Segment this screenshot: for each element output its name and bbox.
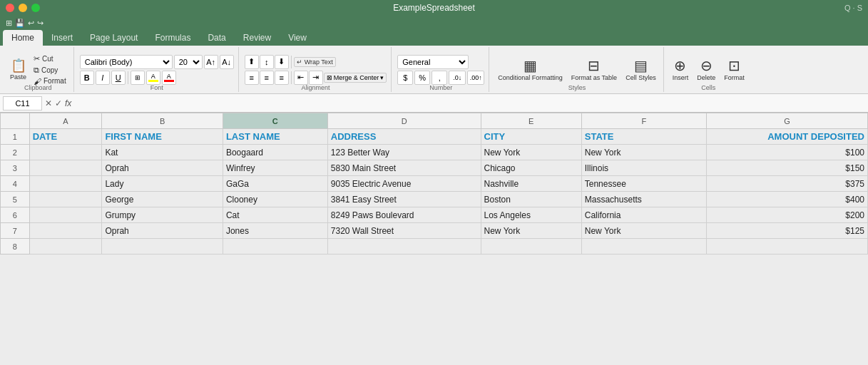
col-header-d[interactable]: D: [327, 113, 481, 129]
cell-reference-box[interactable]: C11: [3, 96, 42, 110]
dollar-btn[interactable]: $: [397, 71, 413, 85]
cell-r3-c5[interactable]: Chicago: [481, 160, 581, 176]
cell-r4-c5[interactable]: Nashville: [481, 176, 581, 192]
align-center-btn[interactable]: ≡: [260, 71, 274, 85]
col-header-e[interactable]: E: [481, 113, 581, 129]
cell-r1-c5[interactable]: CITY: [481, 129, 581, 145]
conditional-formatting-button[interactable]: ▦ Conditional Formatting: [495, 51, 566, 88]
cell-r3-c2[interactable]: Oprah: [102, 160, 223, 176]
cell-r8-c3[interactable]: [223, 239, 327, 255]
cell-r8-c1[interactable]: [29, 239, 102, 255]
cell-styles-button[interactable]: ▤ Cell Styles: [623, 51, 659, 88]
search-icon[interactable]: Q · S: [844, 4, 862, 12]
cell-r8-c4[interactable]: [327, 239, 481, 255]
number-format-select[interactable]: General: [397, 55, 469, 69]
minimize-btn[interactable]: [19, 4, 27, 12]
cell-r7-c5[interactable]: New York: [481, 223, 581, 239]
underline-button[interactable]: U: [111, 71, 126, 85]
col-header-f[interactable]: F: [581, 113, 706, 129]
cell-r3-c7[interactable]: $150: [706, 160, 867, 176]
cell-r6-c3[interactable]: Cat: [223, 207, 327, 223]
cell-r5-c2[interactable]: George: [102, 192, 223, 207]
font-color-button[interactable]: A: [162, 71, 176, 85]
merge-center-button[interactable]: ⊠ Merge & Center ▾: [324, 73, 387, 83]
cell-r5-c4[interactable]: 3841 Easy Street: [327, 192, 481, 207]
col-header-c[interactable]: C: [223, 113, 327, 129]
cell-r7-c2[interactable]: Oprah: [102, 223, 223, 239]
decrease-indent-btn[interactable]: ⇤: [294, 71, 308, 85]
cell-r1-c2[interactable]: FIRST NAME: [102, 129, 223, 145]
cell-r3-c6[interactable]: Illinois: [581, 160, 706, 176]
row-header-6[interactable]: 6: [1, 207, 30, 223]
format-cells-button[interactable]: ⊡ Format: [721, 51, 747, 88]
row-header-4[interactable]: 4: [1, 176, 30, 192]
cell-r2-c6[interactable]: New York: [581, 145, 706, 160]
cell-r3-c1[interactable]: [29, 160, 102, 176]
cell-r2-c4[interactable]: 123 Better Way: [327, 145, 481, 160]
confirm-formula-icon[interactable]: ✓: [55, 98, 62, 108]
cell-r4-c7[interactable]: $375: [706, 176, 867, 192]
cell-r8-c6[interactable]: [581, 239, 706, 255]
increase-indent-btn[interactable]: ⇥: [309, 71, 323, 85]
cell-r4-c1[interactable]: [29, 176, 102, 192]
cell-r8-c2[interactable]: [102, 239, 223, 255]
cell-r6-c2[interactable]: Grumpy: [102, 207, 223, 223]
cell-r7-c6[interactable]: New York: [581, 223, 706, 239]
col-header-g[interactable]: G: [706, 113, 867, 129]
align-top-btn[interactable]: ⬆: [245, 55, 259, 69]
cell-r1-c6[interactable]: STATE: [581, 129, 706, 145]
cell-r2-c1[interactable]: [29, 145, 102, 160]
tab-insert[interactable]: Insert: [43, 30, 81, 46]
paste-button[interactable]: 📋 Paste: [7, 51, 29, 88]
cell-r1-c1[interactable]: DATE: [29, 129, 102, 145]
cell-r6-c5[interactable]: Los Angeles: [481, 207, 581, 223]
format-as-table-button[interactable]: ⊟ Format as Table: [568, 51, 620, 88]
cell-r1-c3[interactable]: LAST NAME: [223, 129, 327, 145]
row-header-5[interactable]: 5: [1, 192, 30, 207]
percent-btn[interactable]: %: [414, 71, 430, 85]
cell-r7-c7[interactable]: $125: [706, 223, 867, 239]
cell-r8-c5[interactable]: [481, 239, 581, 255]
row-header-1[interactable]: 1: [1, 129, 30, 145]
cell-r2-c3[interactable]: Boogaard: [223, 145, 327, 160]
align-left-btn[interactable]: ≡: [245, 71, 259, 85]
cell-r2-c7[interactable]: $100: [706, 145, 867, 160]
tab-review[interactable]: Review: [235, 30, 280, 46]
decrease-decimal-btn[interactable]: .0↓: [449, 71, 466, 85]
cell-r6-c7[interactable]: $200: [706, 207, 867, 223]
increase-font-btn[interactable]: A↑: [204, 55, 218, 69]
cell-r6-c6[interactable]: California: [581, 207, 706, 223]
wrap-text-button[interactable]: ↵ Wrap Text: [294, 57, 336, 67]
cell-r4-c2[interactable]: Lady: [102, 176, 223, 192]
col-header-b[interactable]: B: [102, 113, 223, 129]
undo-icon[interactable]: ↩: [28, 19, 34, 28]
cut-button[interactable]: ✂ Cut: [31, 53, 69, 64]
row-header-8[interactable]: 8: [1, 239, 30, 255]
bold-button[interactable]: B: [80, 71, 94, 85]
cell-r5-c1[interactable]: [29, 192, 102, 207]
cell-r1-c4[interactable]: ADDRESS: [327, 129, 481, 145]
fill-color-button[interactable]: A: [146, 71, 160, 85]
border-button[interactable]: ⊞: [131, 71, 145, 85]
insert-cells-button[interactable]: ⊕ Insert: [670, 51, 692, 88]
cell-r3-c3[interactable]: Winfrey: [223, 160, 327, 176]
italic-button[interactable]: I: [96, 71, 110, 85]
spreadsheet-container[interactable]: A B C D E F G 1DATEFIRST NAMELAST NAMEAD…: [0, 113, 868, 359]
redo-icon[interactable]: ↪: [37, 19, 44, 28]
cell-r8-c7[interactable]: [706, 239, 867, 255]
cell-r4-c4[interactable]: 9035 Electric Avenue: [327, 176, 481, 192]
cancel-formula-icon[interactable]: ✕: [45, 98, 52, 108]
cell-r6-c4[interactable]: 8249 Paws Boulevard: [327, 207, 481, 223]
close-btn[interactable]: [6, 4, 14, 12]
row-header-3[interactable]: 3: [1, 160, 30, 176]
cell-r7-c1[interactable]: [29, 223, 102, 239]
cell-r7-c4[interactable]: 7320 Wall Street: [327, 223, 481, 239]
cell-r5-c3[interactable]: Clooney: [223, 192, 327, 207]
cell-r6-c1[interactable]: [29, 207, 102, 223]
cell-r4-c3[interactable]: GaGa: [223, 176, 327, 192]
row-header-7[interactable]: 7: [1, 223, 30, 239]
tab-home[interactable]: Home: [3, 30, 43, 46]
row-header-2[interactable]: 2: [1, 145, 30, 160]
cell-r1-c7[interactable]: AMOUNT DEPOSITED: [706, 129, 867, 145]
save-icon[interactable]: 💾: [15, 19, 25, 28]
